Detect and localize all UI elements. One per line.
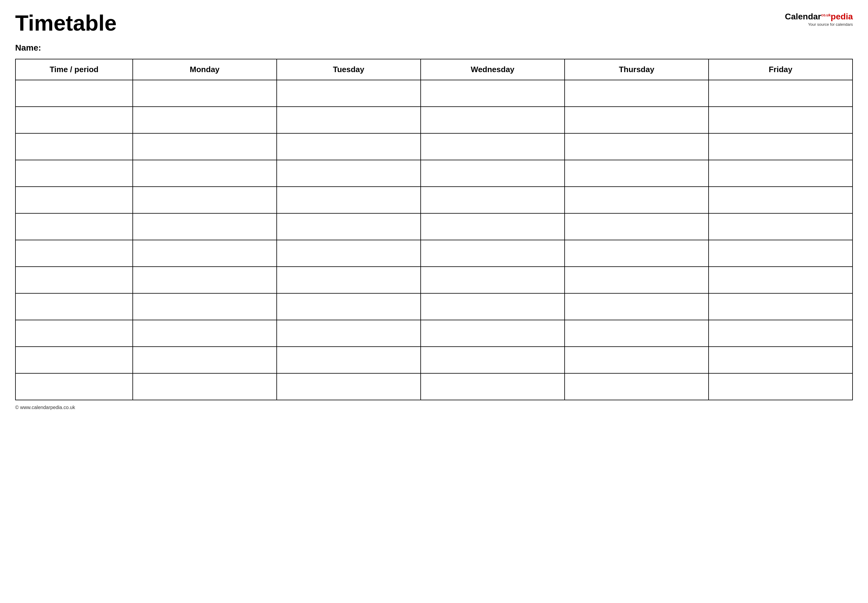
table-cell[interactable] xyxy=(133,160,277,187)
table-cell[interactable] xyxy=(133,133,277,160)
table-cell[interactable] xyxy=(15,293,133,320)
table-cell[interactable] xyxy=(709,187,853,213)
table-cell[interactable] xyxy=(277,187,421,213)
table-cell[interactable] xyxy=(133,213,277,240)
table-row xyxy=(15,213,853,240)
table-cell[interactable] xyxy=(133,80,277,107)
table-cell[interactable] xyxy=(277,267,421,293)
table-cell[interactable] xyxy=(565,240,709,267)
col-monday: Monday xyxy=(133,59,277,80)
table-cell[interactable] xyxy=(709,133,853,160)
table-row xyxy=(15,187,853,213)
table-cell[interactable] xyxy=(15,213,133,240)
table-cell[interactable] xyxy=(277,240,421,267)
table-cell[interactable] xyxy=(277,133,421,160)
col-wednesday: Wednesday xyxy=(421,59,565,80)
table-row xyxy=(15,267,853,293)
table-cell[interactable] xyxy=(15,240,133,267)
table-cell[interactable] xyxy=(709,213,853,240)
table-cell[interactable] xyxy=(421,346,565,373)
table-cell[interactable] xyxy=(565,267,709,293)
table-cell[interactable] xyxy=(277,107,421,133)
table-cell[interactable] xyxy=(421,373,565,400)
table-cell[interactable] xyxy=(133,187,277,213)
table-cell[interactable] xyxy=(565,160,709,187)
table-cell[interactable] xyxy=(421,267,565,293)
table-cell[interactable] xyxy=(277,373,421,400)
table-cell[interactable] xyxy=(15,320,133,346)
table-cell[interactable] xyxy=(565,346,709,373)
table-cell[interactable] xyxy=(709,320,853,346)
table-cell[interactable] xyxy=(133,320,277,346)
table-cell[interactable] xyxy=(133,346,277,373)
table-cell[interactable] xyxy=(15,187,133,213)
table-cell[interactable] xyxy=(421,293,565,320)
page-title: Timetable xyxy=(15,12,117,34)
table-cell[interactable] xyxy=(421,187,565,213)
col-tuesday: Tuesday xyxy=(277,59,421,80)
logo-tagline: Your source for calendars xyxy=(808,22,853,27)
table-row xyxy=(15,160,853,187)
table-cell[interactable] xyxy=(15,80,133,107)
table-cell[interactable] xyxy=(15,373,133,400)
timetable-body xyxy=(15,80,853,400)
col-time-period: Time / period xyxy=(15,59,133,80)
table-header-row: Time / period Monday Tuesday Wednesday T… xyxy=(15,59,853,80)
table-cell[interactable] xyxy=(133,267,277,293)
table-cell[interactable] xyxy=(133,373,277,400)
table-cell[interactable] xyxy=(277,346,421,373)
table-cell[interactable] xyxy=(277,320,421,346)
timetable: Time / period Monday Tuesday Wednesday T… xyxy=(15,59,853,400)
logo-calendar: Calendar xyxy=(785,12,821,21)
table-cell[interactable] xyxy=(709,160,853,187)
logo-text: Calendarco.ukpedia xyxy=(785,12,853,22)
footer: © www.calendarpedia.co.uk xyxy=(15,405,853,410)
table-cell[interactable] xyxy=(565,320,709,346)
table-cell[interactable] xyxy=(421,107,565,133)
table-row xyxy=(15,80,853,107)
table-cell[interactable] xyxy=(709,373,853,400)
table-cell[interactable] xyxy=(133,240,277,267)
table-cell[interactable] xyxy=(565,293,709,320)
col-friday: Friday xyxy=(709,59,853,80)
logo-co-uk: co.uk xyxy=(821,13,831,17)
table-cell[interactable] xyxy=(15,267,133,293)
table-cell[interactable] xyxy=(565,107,709,133)
table-cell[interactable] xyxy=(565,133,709,160)
table-cell[interactable] xyxy=(15,133,133,160)
table-cell[interactable] xyxy=(133,293,277,320)
table-row xyxy=(15,320,853,346)
table-cell[interactable] xyxy=(709,267,853,293)
table-cell[interactable] xyxy=(15,160,133,187)
table-cell[interactable] xyxy=(709,107,853,133)
table-row xyxy=(15,293,853,320)
table-cell[interactable] xyxy=(421,320,565,346)
table-cell[interactable] xyxy=(277,213,421,240)
table-row xyxy=(15,107,853,133)
logo-pedia: pedia xyxy=(831,12,853,21)
logo-container: Calendarco.ukpedia Your source for calen… xyxy=(785,12,853,27)
table-cell[interactable] xyxy=(15,346,133,373)
table-cell[interactable] xyxy=(421,133,565,160)
table-row xyxy=(15,240,853,267)
table-cell[interactable] xyxy=(421,213,565,240)
table-row xyxy=(15,346,853,373)
table-cell[interactable] xyxy=(421,160,565,187)
page-header: Timetable Calendarco.ukpedia Your source… xyxy=(15,12,853,34)
table-cell[interactable] xyxy=(277,80,421,107)
table-cell[interactable] xyxy=(421,240,565,267)
table-cell[interactable] xyxy=(709,293,853,320)
table-cell[interactable] xyxy=(565,213,709,240)
table-cell[interactable] xyxy=(565,80,709,107)
table-cell[interactable] xyxy=(421,80,565,107)
table-cell[interactable] xyxy=(709,346,853,373)
table-cell[interactable] xyxy=(15,107,133,133)
name-label: Name: xyxy=(15,43,853,53)
table-cell[interactable] xyxy=(709,240,853,267)
table-cell[interactable] xyxy=(565,373,709,400)
table-cell[interactable] xyxy=(709,80,853,107)
table-cell[interactable] xyxy=(133,107,277,133)
table-cell[interactable] xyxy=(565,187,709,213)
table-cell[interactable] xyxy=(277,160,421,187)
table-cell[interactable] xyxy=(277,293,421,320)
